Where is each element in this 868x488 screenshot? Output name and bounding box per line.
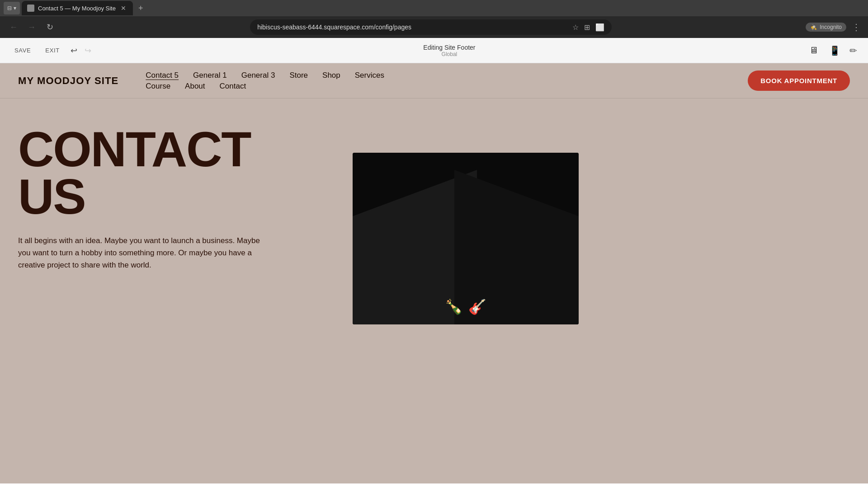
nav-link-contact5[interactable]: Contact 5 — [146, 71, 179, 80]
redo-button[interactable]: ↪ — [85, 46, 91, 56]
split-icon[interactable]: ⬜ — [595, 23, 604, 32]
active-tab[interactable]: Contact 5 — My Moodjoy Site ✕ — [22, 1, 133, 15]
book-visual: 🍾 🎸 — [353, 153, 579, 324]
undo-button[interactable]: ↩ — [71, 46, 77, 56]
nav-link-contact[interactable]: Contact — [220, 82, 246, 91]
browser-menu-button[interactable]: ⋮ — [852, 22, 861, 33]
address-bar-icons: ☆ ⊞ ⬜ — [572, 23, 604, 32]
site-content: MY MOODJOY SITE Contact 5 General 1 Gene… — [0, 63, 868, 483]
incognito-label: Incognito — [820, 24, 842, 30]
editor-title-area: Editing Site Footer Global — [99, 44, 800, 57]
nav-link-general1[interactable]: General 1 — [193, 71, 227, 80]
nav-link-general3[interactable]: General 3 — [241, 71, 275, 80]
edit-tool-button[interactable]: ✏ — [849, 45, 857, 56]
forward-button[interactable]: → — [25, 21, 38, 33]
editor-toolbar: SAVE EXIT ↩ ↪ Editing Site Footer Global… — [0, 38, 868, 63]
new-tab-button[interactable]: + — [135, 2, 147, 15]
nav-link-store[interactable]: Store — [289, 71, 308, 80]
hero-left: CONTACT US It all begins with an idea. M… — [18, 126, 335, 272]
bookmark-icon[interactable]: ☆ — [572, 23, 579, 32]
incognito-badge: 🕵 Incognito — [806, 23, 846, 32]
hero-title-line2: US — [18, 169, 85, 224]
address-bar-row: ← → ↻ hibiscus-seabass-6444.squarespace.… — [0, 16, 868, 38]
book-items: 🍾 🎸 — [445, 298, 486, 315]
address-bar[interactable]: hibiscus-seabass-6444.squarespace.com/co… — [250, 19, 612, 35]
book-appointment-button[interactable]: BOOK APPOINTMENT — [748, 70, 850, 91]
mobile-view-button[interactable]: 📱 — [827, 43, 842, 58]
hero-section: CONTACT US It all begins with an idea. M… — [0, 99, 868, 324]
incognito-icon: 🕵 — [810, 24, 817, 30]
hero-title: CONTACT US — [18, 126, 335, 220]
nav-link-shop[interactable]: Shop — [322, 71, 340, 80]
toolbar-right: 🖥 📱 ✏ — [807, 43, 857, 58]
save-button[interactable]: SAVE — [11, 44, 34, 56]
desktop-view-button[interactable]: 🖥 — [807, 43, 820, 57]
hero-body-text: It all begins with an idea. Maybe you wa… — [18, 235, 271, 272]
nav-link-about[interactable]: About — [185, 82, 205, 91]
tab-favicon — [27, 5, 34, 12]
nav-row-1: Contact 5 General 1 General 3 Store Shop… — [146, 71, 748, 80]
back-button[interactable]: ← — [7, 21, 20, 33]
tab-switcher[interactable]: ⊟ ▾ — [4, 2, 20, 14]
url-text: hibiscus-seabass-6444.squarespace.com/co… — [257, 23, 411, 31]
site-navigation: MY MOODJOY SITE Contact 5 General 1 Gene… — [0, 63, 868, 99]
book-item-2: 🎸 — [468, 298, 486, 315]
tab-close-button[interactable]: ✕ — [119, 4, 127, 12]
nav-links: Contact 5 General 1 General 3 Store Shop… — [146, 71, 748, 91]
nav-row-2: Course About Contact — [146, 82, 748, 91]
exit-button[interactable]: EXIT — [42, 44, 63, 56]
browser-tab-bar: ⊟ ▾ Contact 5 — My Moodjoy Site ✕ + — [0, 0, 868, 16]
editing-title: Editing Site Footer — [423, 44, 475, 51]
book-item-1: 🍾 — [445, 298, 463, 315]
tab-title: Contact 5 — My Moodjoy Site — [38, 5, 116, 12]
hero-image: 🍾 🎸 — [353, 153, 579, 324]
nav-link-course[interactable]: Course — [146, 82, 170, 91]
editing-sub: Global — [442, 51, 458, 57]
tab-switcher-icon: ⊟ — [7, 5, 12, 11]
nav-link-services[interactable]: Services — [355, 71, 384, 80]
reload-button[interactable]: ↻ — [43, 21, 56, 33]
extensions-icon[interactable]: ⊞ — [584, 23, 590, 32]
tab-switcher-arrow: ▾ — [14, 5, 16, 11]
site-logo: MY MOODJOY SITE — [18, 75, 118, 87]
